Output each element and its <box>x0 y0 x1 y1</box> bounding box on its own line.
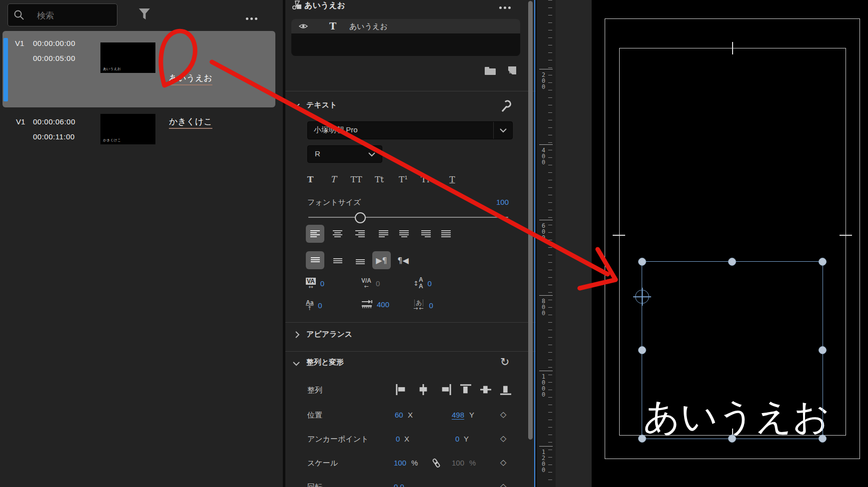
leading-control[interactable]: ↕ A A 0 <box>413 277 432 290</box>
faux-bold-button[interactable]: T <box>301 172 319 187</box>
align-right-button[interactable] <box>351 225 369 243</box>
align-vert-top-icon[interactable] <box>460 384 471 396</box>
align-horiz-left-icon[interactable] <box>396 384 407 396</box>
caption-text[interactable]: あいうえお <box>169 72 212 85</box>
safe-margin-center-tick-left <box>613 235 625 236</box>
position-keyframe-toggle[interactable]: ◇ <box>500 410 506 419</box>
text-section-heading[interactable]: テキスト <box>306 100 337 110</box>
selection-handle-nw[interactable] <box>638 258 646 266</box>
valign-top-button[interactable] <box>306 251 324 269</box>
scale-keyframe-toggle[interactable]: ◇ <box>500 458 506 467</box>
chevron-down-icon[interactable] <box>499 128 507 133</box>
font-family-select[interactable]: 小塚明朝 Pro <box>307 121 513 139</box>
tsume-control[interactable]: あ →← 0 <box>413 300 433 311</box>
caption-text[interactable]: かきくけこ <box>169 116 212 129</box>
selection-handle-n[interactable] <box>728 258 736 266</box>
font-size-value[interactable]: 100 <box>496 198 509 206</box>
all-caps-button[interactable]: TT <box>347 172 365 187</box>
caption-thumbnail: あいうえお <box>100 42 155 73</box>
thumbnail-caption: あいうえお <box>103 66 121 71</box>
align-horiz-center-icon[interactable] <box>418 384 429 396</box>
align-horiz-right-icon[interactable] <box>440 384 451 396</box>
ruler-minor-ticks <box>548 0 552 487</box>
valign-bottom-button[interactable] <box>351 251 369 269</box>
filter-icon[interactable] <box>138 7 151 21</box>
selection-handle-ne[interactable] <box>819 258 827 266</box>
egp-menu-button[interactable] <box>499 2 513 11</box>
appearance-section-heading[interactable]: アピアランス <box>306 330 352 339</box>
justify-last-left-button[interactable] <box>374 225 393 243</box>
new-folder-icon[interactable] <box>484 66 496 76</box>
rotation-value[interactable]: 0.0 <box>394 483 404 487</box>
paragraph-direction-rtl-button[interactable]: ▶¶ <box>372 251 391 269</box>
scale-x-value[interactable]: 100 <box>394 459 406 467</box>
new-layer-icon[interactable] <box>507 65 517 75</box>
layer-row[interactable]: T あいうえお <box>291 19 520 33</box>
ruler-label: 1200 <box>541 449 546 473</box>
text-selection-box[interactable] <box>642 261 823 439</box>
subscript-button[interactable]: T₁ <box>416 172 434 187</box>
valign-center-button[interactable] <box>328 251 347 269</box>
font-family-value: 小塚明朝 Pro <box>314 125 358 135</box>
align-vert-center-icon[interactable] <box>480 384 491 396</box>
panel-menu-button[interactable] <box>246 13 259 22</box>
justify-all-button[interactable] <box>437 225 455 243</box>
font-size-slider-knob[interactable] <box>355 212 366 223</box>
timecode-out: 00:00:11:00 <box>33 132 75 141</box>
chevron-down-icon[interactable] <box>292 102 300 108</box>
chevron-down-icon[interactable] <box>292 361 300 367</box>
baseline-shift-value: 0 <box>318 301 322 310</box>
small-caps-button[interactable]: Tt <box>370 172 388 187</box>
scale-y-unit: % <box>469 459 476 467</box>
track-label: V1 <box>15 39 24 47</box>
anchor-x-value[interactable]: 0 <box>396 435 400 443</box>
egp-scrollbar[interactable] <box>528 1 533 440</box>
reset-icon[interactable]: ↺ <box>500 356 509 368</box>
anchor-point-crosshair[interactable] <box>635 290 649 304</box>
leading-value: 0 <box>428 279 432 288</box>
chevron-right-icon[interactable] <box>294 331 300 339</box>
ruler-label: 800 <box>541 298 546 316</box>
paragraph-direction-ltr-button[interactable]: ¶◀ <box>394 251 412 269</box>
superscript-button[interactable]: T¹ <box>394 172 412 187</box>
layer-empty-row[interactable] <box>291 33 520 56</box>
vertical-ruler <box>536 0 557 487</box>
selection-handle-se[interactable] <box>819 435 827 443</box>
font-size-slider[interactable] <box>308 217 508 218</box>
eye-icon[interactable] <box>298 22 308 30</box>
program-monitor[interactable]: あいうえお <box>592 0 868 487</box>
tab-width-control[interactable]: 400 <box>361 300 389 309</box>
transform-section-heading[interactable]: 整列と変形 <box>306 358 344 367</box>
underline-button[interactable]: T <box>443 172 461 187</box>
ruler-major-tick <box>539 144 553 145</box>
align-center-button[interactable] <box>328 225 347 243</box>
selection-handle-s[interactable] <box>728 435 736 443</box>
position-x-value[interactable]: 60 <box>395 411 403 419</box>
tracking-control[interactable]: VA ↔ 0 <box>306 278 324 289</box>
faux-italic-button[interactable]: T <box>324 172 342 187</box>
font-style-select[interactable]: R <box>307 145 382 163</box>
selection-handle-sw[interactable] <box>638 435 646 443</box>
rotation-keyframe-toggle[interactable]: ◇ <box>500 482 506 487</box>
selection-handle-e[interactable] <box>819 346 827 354</box>
anchor-x-suffix: X <box>404 435 409 443</box>
justify-last-right-button[interactable] <box>417 225 435 243</box>
scale-y-value: 100 <box>452 459 464 467</box>
selection-handle-w[interactable] <box>638 346 646 354</box>
safe-margin-center-tick-right <box>840 235 852 236</box>
search-input[interactable]: 検索 <box>7 3 117 26</box>
tab-width-value: 400 <box>377 300 389 309</box>
justify-last-center-button[interactable] <box>395 225 413 243</box>
essential-graphics-panel: あいうえお T あいうえお <box>285 0 536 487</box>
anchor-label: アンカーポイント <box>307 435 368 444</box>
wrench-icon[interactable] <box>500 100 511 113</box>
link-scale-icon[interactable] <box>431 458 441 469</box>
align-left-button[interactable] <box>306 225 324 243</box>
position-y-value[interactable]: 498 <box>452 411 464 420</box>
caption-item[interactable]: V1 00:00:00:00 00:00:05:00 あいうえお あいうえお <box>2 31 275 107</box>
baseline-shift-control[interactable]: Aa ↑ 0 <box>306 300 322 311</box>
align-vert-bottom-icon[interactable] <box>500 384 511 396</box>
anchor-y-value[interactable]: 0 <box>455 435 459 443</box>
caption-item[interactable]: V1 00:00:06:00 00:00:11:00 かきくけこ かきくけこ <box>2 111 275 181</box>
anchor-keyframe-toggle[interactable]: ◇ <box>500 434 506 443</box>
